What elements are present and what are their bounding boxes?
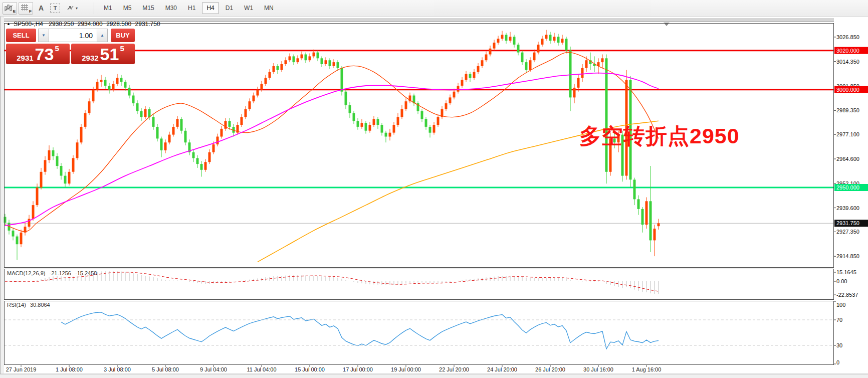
volume-increase-button[interactable]: ▲ xyxy=(97,29,108,42)
timeframe-group: M1M5M15M30H1H4D1W1MN xyxy=(98,2,279,14)
tab-timeframe-D1[interactable]: D1 xyxy=(221,2,238,14)
chart-window-bg xyxy=(0,17,868,378)
svg-text:30: 30 xyxy=(836,342,842,348)
symbol-marker-icon: ▲ xyxy=(7,22,11,26)
bid-price-small: 2931 xyxy=(17,54,33,63)
toolbar-separator xyxy=(94,3,94,14)
svg-text:17 Jul 00:00: 17 Jul 00:00 xyxy=(343,366,373,372)
svg-text:3014.350: 3014.350 xyxy=(836,59,859,65)
tab-timeframe-H4[interactable]: H4 xyxy=(202,2,219,14)
rsi-value: 30.8064 xyxy=(30,302,50,308)
symbol-title: ▲ SP500-,H4 2930.250 2934.000 2928.500 2… xyxy=(7,21,162,28)
text-box-icon: T xyxy=(50,4,60,13)
svg-text:1 Aug 16:00: 1 Aug 16:00 xyxy=(632,366,662,372)
bid-price-sup: 5 xyxy=(55,44,59,53)
ask-price-box[interactable]: 2932 51 5 xyxy=(71,44,135,64)
macd-indicator-label: MACD(12,26,9) -21.1256 -15.2458 xyxy=(7,270,97,276)
volume-input[interactable] xyxy=(49,29,97,42)
tab-timeframe-W1[interactable]: W1 xyxy=(240,2,258,14)
svg-text:2927.350: 2927.350 xyxy=(836,229,859,235)
svg-text:2989.350: 2989.350 xyxy=(836,107,859,113)
ohlc-close: 2931.750 xyxy=(135,21,160,28)
svg-text:2939.600: 2939.600 xyxy=(836,205,859,211)
svg-text:27 Jun 2019: 27 Jun 2019 xyxy=(6,366,37,372)
svg-text:26 Jul 20:00: 26 Jul 20:00 xyxy=(535,366,565,372)
one-click-trading-panel: SELL ▼ ▲ BUY 2931 73 5 2932 51 5 xyxy=(6,29,135,64)
chart-expert-icon-button[interactable]: E xyxy=(3,2,17,15)
svg-text:-22.8537: -22.8537 xyxy=(836,292,858,298)
icon-sub-label: E xyxy=(13,9,16,14)
svg-text:2964.600: 2964.600 xyxy=(836,156,859,162)
svg-text:2977.100: 2977.100 xyxy=(836,131,859,137)
letter-a-icon: A xyxy=(39,4,44,12)
svg-text:22 Jul 20:00: 22 Jul 20:00 xyxy=(439,366,469,372)
window-bottom-edge xyxy=(0,374,868,378)
ohlc-open: 2930.250 xyxy=(49,21,74,28)
bid-price-big: 73 xyxy=(35,47,54,62)
svg-text:30 Jul 16:00: 30 Jul 16:00 xyxy=(583,366,613,372)
icon-sub-label: F xyxy=(29,9,32,14)
svg-text:9 Jul 04:00: 9 Jul 04:00 xyxy=(200,366,227,372)
bid-price-box[interactable]: 2931 73 5 xyxy=(6,44,70,64)
macd-value-1: -21.1256 xyxy=(49,270,71,276)
macd-value-2: -15.2458 xyxy=(75,270,97,276)
svg-text:3000.000: 3000.000 xyxy=(836,87,859,93)
sell-button[interactable]: SELL xyxy=(6,29,36,42)
price-badge-3020.000: 3020.000 xyxy=(834,47,868,54)
svg-text:0: 0 xyxy=(836,359,839,365)
svg-text:19 Jul 00:00: 19 Jul 00:00 xyxy=(391,366,421,372)
svg-text:15.1645: 15.1645 xyxy=(836,269,856,275)
svg-text:3 Jul 08:00: 3 Jul 08:00 xyxy=(104,366,131,372)
tab-timeframe-M1[interactable]: M1 xyxy=(99,2,117,14)
top-toolbar: E F A T ▾ M1M5M15M30H1H4D1W1MN xyxy=(0,0,868,17)
tab-timeframe-MN[interactable]: MN xyxy=(260,2,278,14)
svg-text:3026.850: 3026.850 xyxy=(836,34,859,40)
buy-button[interactable]: BUY xyxy=(111,29,135,42)
ask-price-small: 2932 xyxy=(82,54,98,63)
price-badge-2950.000: 2950.000 xyxy=(834,184,868,191)
candlestick-chart-icon xyxy=(5,4,14,12)
tab-timeframe-M15[interactable]: M15 xyxy=(138,2,158,14)
ask-price-big: 51 xyxy=(100,47,119,62)
symbol-name: SP500-,H4 xyxy=(14,21,43,28)
macd-name: MACD(12,26,9) xyxy=(7,270,45,276)
ohlc-low: 2928.500 xyxy=(106,21,131,28)
svg-text:2950.000: 2950.000 xyxy=(836,184,859,191)
chart-area[interactable]: 3026.8503014.3503001.8502989.3502977.100… xyxy=(0,17,868,378)
svg-text:1 Jul 08:00: 1 Jul 08:00 xyxy=(56,366,83,372)
svg-text:24 Jul 20:00: 24 Jul 20:00 xyxy=(487,366,517,372)
rsi-indicator-label: RSI(14) 30.8064 xyxy=(7,302,50,308)
cursor-mode-button[interactable]: ▾ xyxy=(63,2,82,15)
grid-fibo-icon-button[interactable]: F xyxy=(19,2,33,15)
text-box-tool-button[interactable]: T xyxy=(49,2,62,15)
text-label-tool-button[interactable]: A xyxy=(35,2,48,15)
tab-timeframe-M30[interactable]: M30 xyxy=(161,2,181,14)
svg-text:3020.000: 3020.000 xyxy=(836,48,859,54)
rsi-name: RSI(14) xyxy=(7,302,26,308)
chevron-down-icon: ▾ xyxy=(76,6,78,11)
svg-text:2914.850: 2914.850 xyxy=(836,253,859,259)
ask-price-sup: 5 xyxy=(120,44,124,53)
chart-text-annotation: 多空转折点2950 xyxy=(579,122,740,151)
svg-text:15 Jul 00:00: 15 Jul 00:00 xyxy=(295,366,325,372)
tab-timeframe-H1[interactable]: H1 xyxy=(183,2,200,14)
svg-text:2931.750: 2931.750 xyxy=(836,220,859,226)
ohlc-high: 2934.000 xyxy=(78,21,103,28)
svg-text:70: 70 xyxy=(836,317,842,323)
price-badge-2931.750: 2931.750 xyxy=(834,220,868,227)
svg-text:100: 100 xyxy=(836,302,845,308)
svg-text:11 Jul 04:00: 11 Jul 04:00 xyxy=(247,366,276,372)
svg-text:0.00: 0.00 xyxy=(836,278,847,284)
volume-decrease-button[interactable]: ▼ xyxy=(38,29,49,42)
cursor-arrows-icon xyxy=(67,5,75,12)
price-badge-3000.000: 3000.000 xyxy=(834,86,868,93)
grid-icon xyxy=(21,4,30,12)
svg-text:5 Jul 08:00: 5 Jul 08:00 xyxy=(152,366,179,372)
tab-timeframe-M5[interactable]: M5 xyxy=(119,2,136,14)
